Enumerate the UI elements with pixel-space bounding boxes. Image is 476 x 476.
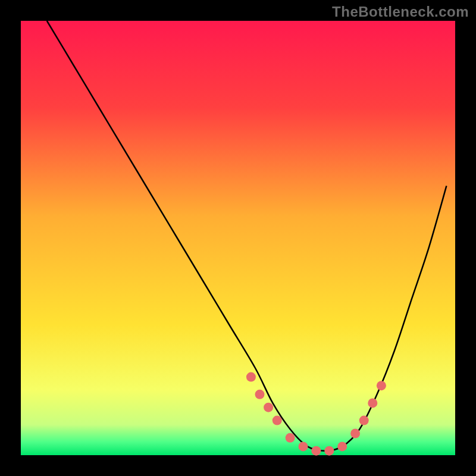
- marker-dot: [337, 441, 347, 451]
- marker-dot: [264, 403, 273, 412]
- watermark-text: TheBottleneck.com: [332, 4, 469, 20]
- marker-dot: [324, 446, 334, 456]
- marker-dot: [286, 433, 295, 443]
- marker-dot: [255, 390, 265, 399]
- marker-dot: [273, 416, 282, 425]
- bottleneck-chart: [0, 0, 476, 476]
- marker-dot: [311, 446, 321, 456]
- marker-dot: [368, 398, 377, 408]
- marker-dot: [350, 429, 360, 439]
- chart-frame: TheBottleneck.com: [0, 0, 476, 476]
- marker-dot: [246, 372, 256, 382]
- marker-dot: [377, 381, 386, 390]
- marker-dot: [359, 416, 369, 425]
- marker-dot: [299, 441, 308, 451]
